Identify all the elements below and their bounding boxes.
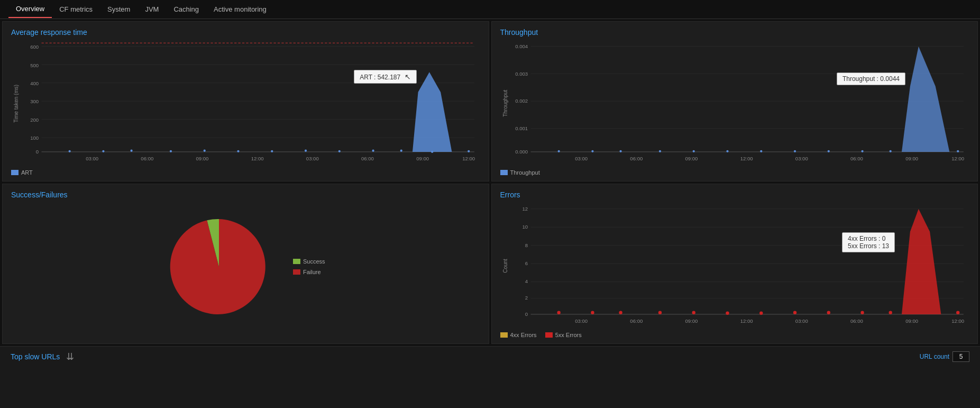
throughput-legend-color <box>500 170 508 175</box>
errors-legend: 4xx Errors 5xx Errors <box>500 332 969 338</box>
failure-legend-label: Failure <box>303 269 321 275</box>
svg-point-95 <box>619 311 622 314</box>
svg-text:0.001: 0.001 <box>515 125 528 131</box>
url-count-input[interactable] <box>952 351 969 362</box>
svg-point-102 <box>860 311 864 314</box>
errors-chart-wrapper: Count 0 2 4 6 8 10 <box>500 203 969 329</box>
errors-chart-content: 0 2 4 6 8 10 12 03:00 06:00 09:00 12:00 … <box>508 203 969 329</box>
art-title: Average response time <box>11 28 480 37</box>
nav-jvm[interactable]: JVM <box>138 1 166 17</box>
throughput-legend-item: Throughput <box>500 169 540 176</box>
throughput-y-label: Throughput <box>500 41 508 166</box>
nav-system[interactable]: System <box>100 1 138 17</box>
svg-text:09:00: 09:00 <box>685 318 698 324</box>
svg-point-101 <box>827 311 830 314</box>
svg-text:600: 600 <box>30 44 39 50</box>
top-slow-urls-title: Top slow URLs <box>11 352 60 361</box>
5xx-legend-label: 5xx Errors <box>555 332 582 338</box>
svg-point-24 <box>69 150 71 152</box>
svg-marker-35 <box>413 72 452 152</box>
svg-point-93 <box>557 311 560 314</box>
svg-marker-68 <box>901 47 949 152</box>
svg-point-94 <box>591 311 594 314</box>
svg-text:12:00: 12:00 <box>462 156 475 161</box>
main-grid: Average response time Time taken (ms) 0 … <box>0 19 980 346</box>
svg-point-67 <box>889 150 891 152</box>
svg-text:06:00: 06:00 <box>361 156 374 161</box>
svg-text:2: 2 <box>525 295 527 301</box>
svg-point-60 <box>658 150 661 152</box>
svg-point-100 <box>793 311 796 314</box>
svg-point-59 <box>619 150 621 152</box>
svg-point-61 <box>692 150 694 152</box>
throughput-legend-label: Throughput <box>510 169 540 176</box>
url-count-label: URL count <box>920 353 949 360</box>
svg-point-98 <box>726 311 729 314</box>
svg-point-64 <box>793 150 795 152</box>
svg-text:03:00: 03:00 <box>575 156 588 161</box>
svg-marker-104 <box>901 209 940 314</box>
navigation: Overview CF metrics System JVM Caching A… <box>0 0 980 19</box>
throughput-chart-wrapper: Throughput 0.000 0.001 0.002 0.003 0.004 <box>500 41 969 166</box>
svg-text:09:00: 09:00 <box>905 318 918 324</box>
svg-text:06:00: 06:00 <box>630 156 643 161</box>
art-chart-content: 0 100 200 300 400 500 600 03:00 06:00 09… <box>19 41 480 166</box>
svg-text:06:00: 06:00 <box>141 156 153 161</box>
nav-cf-metrics[interactable]: CF metrics <box>52 1 100 17</box>
art-legend-label: ART <box>21 169 33 176</box>
nav-overview[interactable]: Overview <box>8 1 52 18</box>
failure-legend-color <box>293 269 300 275</box>
svg-point-57 <box>557 150 560 152</box>
art-y-label: Time taken (ms) <box>11 41 19 166</box>
svg-text:0.000: 0.000 <box>515 149 528 155</box>
pie-legend: Success Failure <box>293 258 325 275</box>
svg-point-99 <box>759 311 763 314</box>
svg-text:10: 10 <box>522 224 528 230</box>
svg-text:12:00: 12:00 <box>951 318 964 324</box>
success-legend-item: Success <box>293 258 325 265</box>
success-legend-label: Success <box>303 258 325 265</box>
art-legend: ART <box>11 169 480 176</box>
svg-point-28 <box>204 150 206 152</box>
svg-point-96 <box>658 311 661 314</box>
scroll-down-icon: ⇊ <box>66 351 74 362</box>
5xx-legend-color <box>545 332 553 338</box>
svg-point-34 <box>400 150 402 152</box>
svg-point-27 <box>170 150 172 152</box>
svg-text:03:00: 03:00 <box>575 318 588 324</box>
svg-text:400: 400 <box>30 80 39 86</box>
success-failures-title: Success/Failures <box>11 191 480 199</box>
errors-panel: Errors Count 0 2 4 6 8 <box>491 184 978 344</box>
svg-point-65 <box>827 150 829 152</box>
svg-text:09:00: 09:00 <box>196 156 209 161</box>
errors-y-label: Count <box>500 203 508 329</box>
errors-title: Errors <box>500 191 969 199</box>
nav-caching[interactable]: Caching <box>166 1 206 17</box>
errors-svg: 0 2 4 6 8 10 12 03:00 06:00 09:00 12:00 … <box>508 203 969 329</box>
svg-text:09:00: 09:00 <box>685 156 698 161</box>
svg-text:0.004: 0.004 <box>515 43 528 49</box>
svg-text:8: 8 <box>525 242 527 248</box>
svg-text:12:00: 12:00 <box>251 156 264 161</box>
svg-point-69 <box>957 150 959 152</box>
throughput-chart-content: 0.000 0.001 0.002 0.003 0.004 03:00 06:0… <box>508 41 969 166</box>
art-legend-item: ART <box>11 169 33 176</box>
svg-text:06:00: 06:00 <box>850 156 863 161</box>
svg-text:03:00: 03:00 <box>795 318 808 324</box>
svg-text:200: 200 <box>30 117 39 123</box>
art-chart-wrapper: Time taken (ms) 0 100 200 300 400 <box>11 41 480 166</box>
svg-text:12:00: 12:00 <box>740 156 753 161</box>
svg-text:0: 0 <box>36 149 39 155</box>
art-svg: 0 100 200 300 400 500 600 03:00 06:00 09… <box>19 41 480 166</box>
svg-text:09:00: 09:00 <box>905 156 918 161</box>
svg-point-37 <box>468 150 470 152</box>
pie-container: Success Failure <box>11 203 480 330</box>
svg-text:12:00: 12:00 <box>951 156 964 161</box>
svg-text:0.003: 0.003 <box>515 71 528 77</box>
success-failures-panel: Success/Failures Success Failure <box>2 184 489 344</box>
4xx-legend-item: 4xx Errors <box>500 332 537 338</box>
svg-point-58 <box>591 150 593 152</box>
nav-active-monitoring[interactable]: Active monitoring <box>206 1 274 17</box>
svg-point-36 <box>431 151 433 153</box>
svg-text:500: 500 <box>30 62 39 68</box>
